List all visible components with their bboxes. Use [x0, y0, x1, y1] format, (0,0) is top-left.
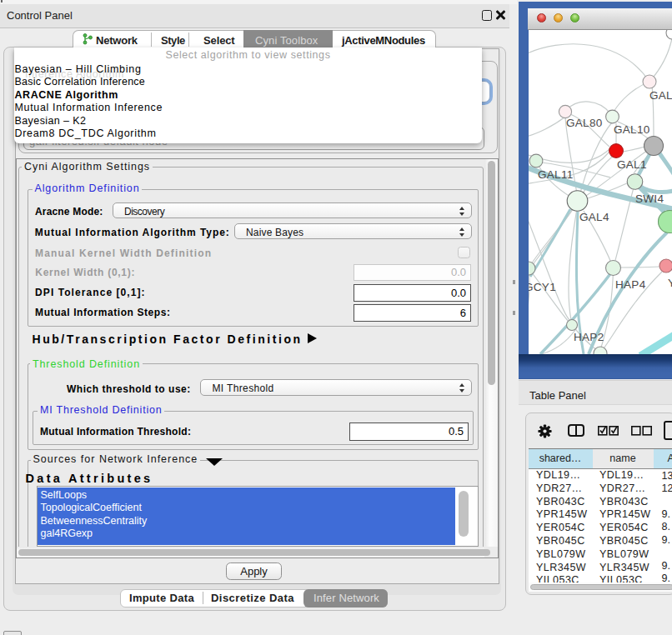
svg-text:YB: YB: [668, 277, 672, 289]
svg-text:GAL10: GAL10: [614, 123, 650, 136]
svg-text:GAL4: GAL4: [579, 211, 609, 223]
svg-text:HAP2: HAP2: [574, 331, 604, 343]
svg-text:GAL80: GAL80: [566, 117, 603, 129]
svg-text:HAP4: HAP4: [615, 278, 646, 291]
svg-text:GAL1: GAL1: [617, 158, 647, 171]
svg-text:SWI4: SWI4: [635, 192, 664, 205]
svg-text:GAL11: GAL11: [538, 168, 574, 181]
svg-text:GAL7: GAL7: [649, 89, 672, 102]
svg-text:GCY1: GCY1: [529, 281, 556, 293]
